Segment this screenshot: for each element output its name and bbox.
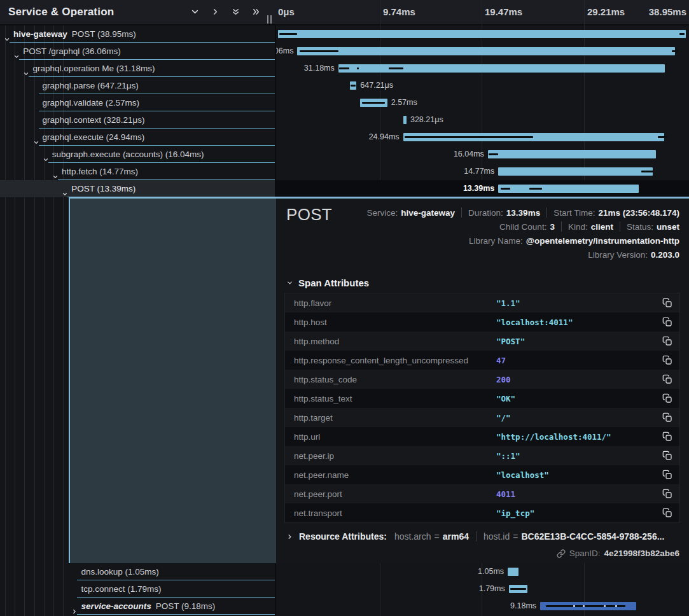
attribute-key: net.peer.ip (285, 451, 496, 461)
duration-label: 24.94ms (369, 129, 400, 146)
meta-label: Kind: (568, 222, 588, 232)
copy-icon[interactable] (662, 336, 672, 346)
meta-label: Duration: (468, 208, 503, 218)
copy-icon[interactable] (662, 298, 672, 308)
span-bar[interactable] (498, 185, 638, 193)
event-dot (583, 605, 585, 607)
meta-value: 3 (550, 222, 555, 232)
meta-label: Start Time: (553, 208, 595, 218)
chevron-right-icon[interactable] (71, 603, 78, 610)
timeline-row[interactable]: 36.06ms (276, 43, 689, 60)
resource-key: host.arch (394, 531, 431, 542)
span-detail-panel: POST Service:hive-gatewayDuration:13.39m… (276, 199, 689, 563)
chevron-down-icon[interactable] (23, 66, 29, 72)
timeline-row[interactable]: 16.04ms (276, 146, 689, 163)
span-bar[interactable] (403, 116, 407, 124)
chevrons-down-icon[interactable] (231, 7, 240, 17)
tree-row-graphql.parse[interactable]: graphql.parse (647.21μs) (0, 77, 276, 94)
tree-row-POST[interactable]: POST /graphql (36.06ms) (0, 43, 276, 60)
span-bar[interactable] (338, 64, 665, 73)
tree-row-label: graphql.operation Me (31.18ms) (32, 60, 155, 77)
span-bar[interactable] (508, 568, 518, 576)
timeline-row[interactable] (276, 25, 689, 43)
attribute-row: http.response_content_length_uncompresse… (285, 351, 679, 370)
tick-label: 0μs (278, 6, 295, 17)
selected-span-detail-spacer (69, 199, 276, 563)
self-time-mark (529, 188, 542, 190)
resource-attributes-row[interactable]: Resource Attributes: host.arch=arm64host… (286, 531, 680, 542)
copy-icon[interactable] (662, 489, 672, 499)
tree-row-graphql.context[interactable]: graphql.context (328.21μs) (0, 111, 276, 129)
copy-icon[interactable] (662, 317, 672, 327)
timeline-row[interactable]: 1.79ms (276, 580, 689, 598)
chevron-right-icon[interactable] (211, 7, 220, 17)
chevron-down-icon[interactable] (4, 31, 10, 38)
self-time-mark (501, 188, 510, 190)
span-bar[interactable] (278, 30, 686, 38)
timeline-row[interactable]: 328.21μs (276, 111, 689, 129)
operation-label: subgraph.execute (accounts) (16.04ms) (52, 150, 204, 159)
timeline-row[interactable]: 1.05ms (276, 563, 689, 580)
self-time-mark (389, 67, 403, 69)
timeline-row[interactable]: 9.18ms (276, 598, 689, 615)
chevron-down-icon[interactable] (33, 134, 39, 141)
tree-row-subgraph.execute[interactable]: subgraph.execute (accounts) (16.04ms) (0, 146, 276, 163)
link-icon[interactable] (557, 549, 566, 558)
tree-row-graphql.operation[interactable]: graphql.operation Me (31.18ms) (0, 60, 276, 77)
span-attributes-header[interactable]: Span Attributes (286, 277, 369, 288)
tree-row-service-accounts[interactable]: service-accountsPOST (9.18ms) (0, 598, 276, 615)
timeline-row[interactable]: 24.94ms (276, 129, 689, 146)
timeline-row[interactable]: 2.57ms (276, 94, 689, 111)
span-bar[interactable] (488, 150, 656, 158)
copy-icon[interactable] (662, 451, 672, 461)
meta-value: @opentelemetry/instrumentation-http (526, 236, 679, 246)
self-time-mark (339, 67, 349, 69)
tree-row-dns.lookup[interactable]: dns.lookup (1.05ms) (0, 563, 276, 580)
timeline-row[interactable]: 13.39ms (276, 180, 689, 197)
copy-icon[interactable] (662, 393, 672, 403)
span-attributes-table: http.flavor"1.1"http.host"localhost:4011… (284, 293, 680, 523)
meta-separator (546, 207, 547, 218)
resource-value: arm64 (443, 531, 469, 542)
tree-row-label: POST /graphql (36.06ms) (23, 43, 121, 60)
operation-label: POST /graphql (36.06ms) (23, 46, 121, 56)
tree-row-tcp.connect[interactable]: tcp.connect (1.79ms) (0, 580, 276, 598)
tree-row-http.fetch[interactable]: http.fetch (14.77ms) (0, 163, 276, 180)
copy-icon[interactable] (662, 355, 672, 365)
meta-label: Library Name: (469, 236, 523, 246)
chevron-down-icon[interactable] (13, 48, 20, 55)
tree-row-hive-gateway[interactable]: hive-gatewayPOST (38.95ms) (0, 25, 276, 43)
row-underline (77, 614, 276, 615)
span-bar[interactable] (297, 47, 674, 55)
tree-row-POST[interactable]: POST (13.39ms) (0, 180, 276, 197)
timeline-row[interactable]: 647.21μs (276, 77, 689, 94)
tree-row-graphql.validate[interactable]: graphql.validate (2.57ms) (0, 94, 276, 111)
timeline-row[interactable]: 14.77ms (276, 163, 689, 180)
chevron-down-icon[interactable] (62, 186, 68, 192)
tree-row-label: service-accountsPOST (9.18ms) (81, 598, 215, 615)
span-tree-bottom: dns.lookup (1.05ms)tcp.connect (1.79ms)s… (0, 563, 276, 615)
chevron-right-icon (286, 533, 293, 540)
copy-icon[interactable] (662, 431, 672, 442)
meta-value: client (591, 222, 613, 232)
meta-value: 21ms (23:56:48.174) (598, 208, 679, 218)
timeline-row[interactable]: 31.18ms (276, 60, 689, 77)
copy-icon[interactable] (662, 508, 672, 518)
operation-label: tcp.connect (1.79ms) (81, 584, 161, 594)
tick-label: 29.21ms (587, 6, 625, 17)
panel-resize-handle[interactable] (267, 15, 273, 24)
attribute-row: http.host"localhost:4011" (285, 312, 679, 332)
copy-icon[interactable] (662, 412, 672, 423)
copy-icon[interactable] (662, 470, 672, 480)
tree-row-label: tcp.connect (1.79ms) (81, 580, 161, 598)
tree-row-graphql.execute[interactable]: graphql.execute (24.94ms) (0, 129, 276, 146)
chevron-down-icon[interactable] (190, 7, 200, 17)
span-bar[interactable] (498, 167, 653, 176)
chevron-down-icon[interactable] (52, 169, 59, 175)
span-tree: hive-gatewayPOST (38.95ms)POST /graphql … (0, 25, 276, 197)
copy-icon[interactable] (662, 374, 672, 384)
chevrons-right-icon[interactable] (251, 7, 261, 17)
attribute-value: "localhost:4011" (496, 318, 573, 327)
chevron-down-icon[interactable] (43, 151, 49, 158)
equals-sign: = (513, 531, 518, 542)
